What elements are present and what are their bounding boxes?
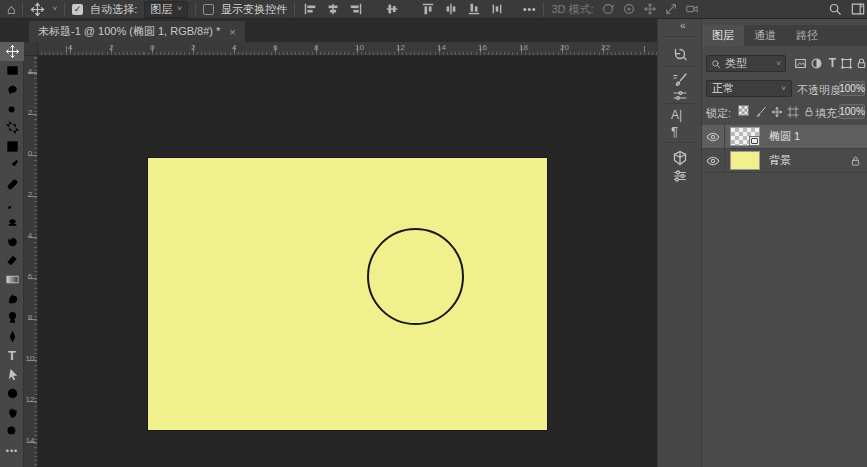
ruler-number: 22 xyxy=(601,43,610,52)
distribute-horizontal-centers-icon[interactable] xyxy=(443,1,459,17)
properties-panel-icon[interactable] xyxy=(671,167,688,184)
more-align-options-button[interactable]: ••• xyxy=(523,4,537,15)
document-canvas[interactable] xyxy=(148,158,547,430)
tool-frame[interactable] xyxy=(0,137,24,156)
layer-visibility-toggle[interactable] xyxy=(702,149,725,173)
distribute-top-edges-icon[interactable] xyxy=(420,1,436,17)
layer-thumbnail[interactable] xyxy=(730,127,760,146)
lock-all-icon[interactable] xyxy=(802,105,815,118)
ruler-number: 12 xyxy=(396,43,405,52)
home-icon[interactable]: ⌂ xyxy=(7,2,15,16)
opacity-value-field[interactable]: 100% xyxy=(839,81,865,96)
close-tab-icon[interactable]: × xyxy=(229,26,235,38)
tool-brush[interactable] xyxy=(0,194,24,213)
tab-channels[interactable]: 通道 xyxy=(744,25,786,46)
3d-pan-icon xyxy=(643,2,657,16)
tool-smudge[interactable] xyxy=(0,289,24,308)
tool-spot-healing-brush[interactable] xyxy=(0,175,24,194)
distribute-vertical-centers-icon[interactable] xyxy=(489,1,505,17)
filter-smart-objects-icon[interactable] xyxy=(855,57,867,70)
separator xyxy=(64,2,65,17)
layers-panel: 图层 通道 路径 类型 ˅ T 正常 ˅ 不透明度: 100% 锁定: xyxy=(701,19,867,467)
filter-type-layers-icon[interactable]: T xyxy=(826,57,839,70)
align-vertical-centers-icon[interactable] xyxy=(384,1,400,17)
brushes-panel-icon[interactable] xyxy=(671,87,688,104)
filter-adjustment-layers-icon[interactable] xyxy=(810,57,823,70)
layer-visibility-toggle[interactable] xyxy=(702,125,725,149)
lock-position-icon[interactable] xyxy=(770,105,783,118)
3d-roll-icon xyxy=(622,2,636,16)
separator xyxy=(543,2,544,17)
tool-rectangular-marquee[interactable] xyxy=(0,61,24,80)
align-right-edges-icon[interactable] xyxy=(348,1,364,17)
tool-quick-selection[interactable] xyxy=(0,99,24,118)
canvas-viewport[interactable] xyxy=(38,56,657,467)
ruler-corner[interactable] xyxy=(24,42,38,56)
lock-artboard-icon[interactable] xyxy=(786,105,799,118)
chevron-down-icon: ˅ xyxy=(776,60,781,68)
filter-shape-layers-icon[interactable] xyxy=(840,57,853,70)
search-icon[interactable] xyxy=(828,2,842,16)
layer-name[interactable]: 椭圆 1 xyxy=(769,129,800,144)
tool-gradient[interactable] xyxy=(0,270,24,289)
layers-panel-body: 类型 ˅ T 正常 ˅ 不透明度: 100% 锁定: 填充: 100% xyxy=(702,46,867,467)
paragraph-panel-icon[interactable]: ¶ xyxy=(671,125,678,138)
chevron-down-icon[interactable]: ˅ xyxy=(52,5,57,13)
left-ruler[interactable]: 4202468101214 xyxy=(24,56,38,467)
ruler-number: 4 xyxy=(25,68,35,75)
tab-layers[interactable]: 图层 xyxy=(702,25,744,46)
tool-zoom[interactable] xyxy=(0,422,24,441)
lock-transparent-pixels-icon[interactable] xyxy=(738,105,751,118)
layer-row-background[interactable]: 背景 xyxy=(702,149,867,173)
tool-crop[interactable] xyxy=(0,118,24,137)
tools-panel: T ••• xyxy=(0,42,24,467)
tab-paths[interactable]: 路径 xyxy=(786,25,828,46)
ruler-number: 10 xyxy=(355,43,364,52)
auto-select-label: 自动选择: xyxy=(90,2,137,17)
3d-panel-icon[interactable] xyxy=(671,149,688,166)
tool-move[interactable] xyxy=(0,42,24,61)
tool-hand[interactable] xyxy=(0,403,24,422)
options-bar: ⌂ ˅ ✓ 自动选择: 图层 ˅ 显示变换控件 ••• 3D 模式: xyxy=(0,0,867,19)
tool-clone-stamp[interactable] xyxy=(0,213,24,232)
align-left-edges-icon[interactable] xyxy=(302,1,318,17)
locked-layer-icon xyxy=(849,154,861,167)
auto-select-mode-dropdown[interactable]: 图层 ˅ xyxy=(144,1,188,18)
layer-thumbnail[interactable] xyxy=(730,151,760,170)
ellipse-shape-layer[interactable] xyxy=(367,228,464,325)
filter-pixel-layers-icon[interactable] xyxy=(794,57,807,70)
auto-select-checkbox[interactable]: ✓ xyxy=(72,4,83,15)
layer-row-ellipse-1[interactable]: 椭圆 1 xyxy=(702,125,867,149)
tool-eyedropper[interactable] xyxy=(0,156,24,175)
brush-settings-panel-icon[interactable] xyxy=(671,71,688,88)
auto-select-mode-value: 图层 xyxy=(150,2,172,17)
distribute-bottom-edges-icon[interactable] xyxy=(466,1,482,17)
character-panel-icon[interactable]: A| xyxy=(671,109,682,121)
blend-mode-dropdown[interactable]: 正常 ˅ xyxy=(706,80,792,97)
tool-pen[interactable] xyxy=(0,327,24,346)
align-horizontal-centers-icon[interactable] xyxy=(325,1,341,17)
move-tool-options-icon[interactable] xyxy=(30,2,45,17)
ruler-number: 0 xyxy=(25,150,35,157)
tool-path-selection[interactable] xyxy=(0,365,24,384)
divider xyxy=(663,103,696,104)
tool-history-brush[interactable] xyxy=(0,232,24,251)
tool-lasso[interactable] xyxy=(0,80,24,99)
edit-toolbar-button[interactable]: ••• xyxy=(0,441,24,460)
workspace-switcher-icon[interactable] xyxy=(851,2,865,16)
ruler-number: 10 xyxy=(25,355,35,362)
ruler-number: 8 xyxy=(25,314,35,321)
layer-name[interactable]: 背景 xyxy=(769,153,791,168)
top-ruler[interactable]: 420246810121416182022 xyxy=(38,42,657,56)
fill-value-field[interactable]: 100% xyxy=(839,104,865,119)
lock-image-pixels-icon[interactable] xyxy=(754,105,767,118)
tool-ellipse-shape[interactable] xyxy=(0,384,24,403)
layer-filter-dropdown[interactable]: 类型 ˅ xyxy=(706,55,786,72)
show-transform-checkbox[interactable] xyxy=(203,4,214,15)
expand-panels-icon[interactable]: « xyxy=(680,20,685,31)
document-tab[interactable]: 未标题-1 @ 100% (椭圆 1, RGB/8#) * × xyxy=(29,21,245,42)
history-panel-icon[interactable] xyxy=(671,45,688,62)
tool-dodge[interactable] xyxy=(0,308,24,327)
tool-horizontal-type[interactable]: T xyxy=(0,346,24,365)
tool-eraser[interactable] xyxy=(0,251,24,270)
